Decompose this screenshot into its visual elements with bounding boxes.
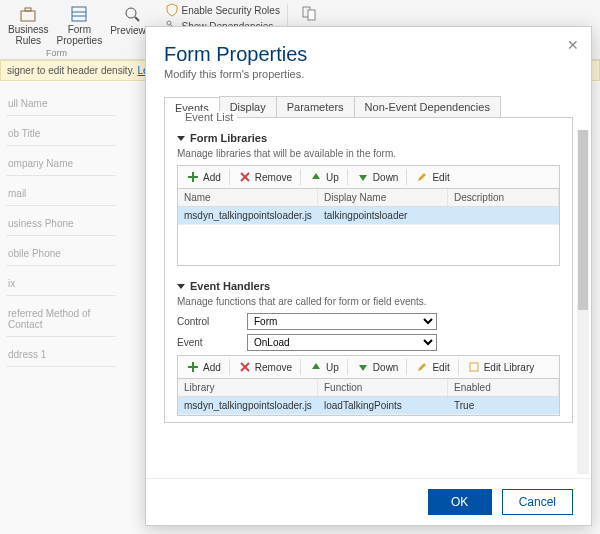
libs-desc: Manage libraries that will be available … xyxy=(177,148,560,159)
label: Business Rules xyxy=(8,25,49,46)
enable-security-roles-button[interactable]: Enable Security Roles xyxy=(162,2,283,18)
handlers-row[interactable]: msdyn_talkingpointsloader.js loadTalking… xyxy=(178,397,559,415)
form-field[interactable]: ull Name xyxy=(6,92,116,116)
control-select[interactable]: Form xyxy=(247,313,437,330)
svg-rect-0 xyxy=(21,11,35,21)
libs-grid[interactable]: Name Display Name Description msdyn_talk… xyxy=(177,188,560,266)
arrow-down-icon xyxy=(356,360,370,374)
delete-icon xyxy=(238,360,252,374)
dialog-title: Form Properties xyxy=(164,43,573,66)
label: Form Libraries xyxy=(190,132,267,144)
form-field[interactable]: ob Title xyxy=(6,122,116,146)
up-button[interactable]: Up xyxy=(303,358,345,376)
handlers-toolbar: Add Remove Up Down Edit Edit Library xyxy=(177,355,560,378)
form-properties-button[interactable]: Form Properties xyxy=(53,2,107,50)
add-button[interactable]: Add xyxy=(180,358,227,376)
form-field[interactable]: ompany Name xyxy=(6,152,116,176)
magnifier-icon xyxy=(122,4,142,24)
scrollbar-thumb[interactable] xyxy=(578,130,588,310)
handlers-desc: Manage functions that are called for for… xyxy=(177,296,560,307)
form-properties-dialog: ✕ Form Properties Modify this form's pro… xyxy=(145,26,592,526)
form-field[interactable]: obile Phone xyxy=(6,242,116,266)
svg-rect-2 xyxy=(72,7,86,21)
arrow-up-icon xyxy=(309,170,323,184)
pencil-icon xyxy=(415,360,429,374)
edit-library-button[interactable]: Edit Library xyxy=(461,358,541,376)
form-icon xyxy=(69,4,89,24)
form-libraries-header[interactable]: Form Libraries xyxy=(177,132,560,144)
plus-icon xyxy=(186,170,200,184)
svg-rect-22 xyxy=(470,363,478,371)
svg-rect-13 xyxy=(308,10,315,20)
col-desc: Description xyxy=(448,189,559,206)
label: Form Properties xyxy=(57,25,103,46)
event-label: Event xyxy=(177,337,247,348)
label: Event Handlers xyxy=(190,280,270,292)
libs-toolbar: Add Remove Up Down Edit xyxy=(177,165,560,188)
svg-point-5 xyxy=(126,8,136,18)
control-label: Control xyxy=(177,316,247,327)
collapse-icon xyxy=(177,136,185,141)
scrollbar[interactable] xyxy=(577,130,589,474)
plus-icon xyxy=(186,360,200,374)
col-name: Name xyxy=(178,189,318,206)
libs-row[interactable]: msdyn_talkingpointsloader.js talkingpoin… xyxy=(178,207,559,225)
shield-icon xyxy=(165,3,179,17)
col-lib: Library xyxy=(178,379,318,396)
close-button[interactable]: ✕ xyxy=(565,37,581,53)
briefcase-icon xyxy=(18,4,38,24)
tab-non-event-deps[interactable]: Non-Event Dependencies xyxy=(354,96,501,117)
edit-button[interactable]: Edit xyxy=(409,168,455,186)
pencil-icon xyxy=(415,170,429,184)
arrow-down-icon xyxy=(356,170,370,184)
edit-button[interactable]: Edit xyxy=(409,358,455,376)
down-button[interactable]: Down xyxy=(350,358,405,376)
svg-rect-19 xyxy=(188,366,198,368)
business-rules-button[interactable]: Business Rules xyxy=(4,2,53,50)
label: Enable Security Roles xyxy=(182,5,280,16)
up-button[interactable]: Up xyxy=(303,168,345,186)
remove-button[interactable]: Remove xyxy=(232,358,298,376)
svg-rect-1 xyxy=(25,8,31,11)
event-select[interactable]: OnLoad xyxy=(247,334,437,351)
arrow-up-icon xyxy=(309,360,323,374)
svg-rect-15 xyxy=(188,176,198,178)
event-handlers-header[interactable]: Event Handlers xyxy=(177,280,560,292)
form-field[interactable]: ix xyxy=(6,272,116,296)
add-button[interactable]: Add xyxy=(180,168,227,186)
collapse-icon xyxy=(177,284,185,289)
col-enabled: Enabled xyxy=(448,379,559,396)
col-fn: Function xyxy=(318,379,448,396)
down-button[interactable]: Down xyxy=(350,168,405,186)
merge-icon xyxy=(300,4,320,24)
form-field[interactable]: mail xyxy=(6,182,116,206)
form-field[interactable]: referred Method of Contact xyxy=(6,302,116,337)
fieldset-legend: Event List xyxy=(181,111,237,123)
col-display: Display Name xyxy=(318,189,448,206)
form-field[interactable]: usiness Phone xyxy=(6,212,116,236)
delete-icon xyxy=(238,170,252,184)
ribbon-group-label: Form xyxy=(46,48,67,58)
dialog-subtitle: Modify this form's properties. xyxy=(164,68,573,80)
library-icon xyxy=(467,360,481,374)
form-field[interactable]: ddress 1 xyxy=(6,343,116,367)
ok-button[interactable]: OK xyxy=(428,489,492,515)
tab-parameters[interactable]: Parameters xyxy=(276,96,355,117)
cancel-button[interactable]: Cancel xyxy=(502,489,573,515)
svg-line-6 xyxy=(135,17,139,21)
banner-text: signer to edit header density. xyxy=(7,65,137,76)
handlers-grid[interactable]: Library Function Enabled msdyn_talkingpo… xyxy=(177,378,560,416)
remove-button[interactable]: Remove xyxy=(232,168,298,186)
